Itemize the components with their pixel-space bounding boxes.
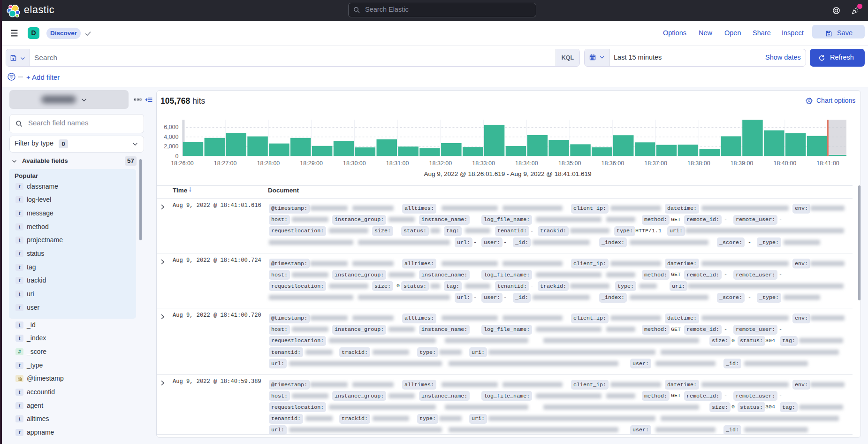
svg-text:18:41:00: 18:41:00 (816, 160, 839, 167)
svg-text:18:35:00: 18:35:00 (558, 160, 581, 167)
svg-text:18:33:00: 18:33:00 (472, 160, 495, 167)
svg-text:0: 0 (175, 153, 179, 160)
svg-text:18:39:00: 18:39:00 (731, 160, 754, 167)
svg-text:18:34:00: 18:34:00 (515, 160, 538, 167)
svg-text:4,000: 4,000 (164, 134, 178, 140)
svg-text:18:37:00: 18:37:00 (644, 160, 667, 167)
svg-text:Aug 9, 2022 @ 18:26:01.619 - A: Aug 9, 2022 @ 18:26:01.619 - Aug 9, 2022… (424, 170, 592, 177)
svg-text:18:32:00: 18:32:00 (429, 160, 452, 167)
svg-text:6,000: 6,000 (164, 124, 178, 130)
svg-text:2,000: 2,000 (164, 143, 178, 150)
svg-text:18:26:00: 18:26:00 (171, 160, 194, 167)
svg-text:18:31:00: 18:31:00 (386, 160, 409, 167)
svg-text:18:28:00: 18:28:00 (257, 160, 280, 167)
svg-text:18:29:00: 18:29:00 (300, 160, 323, 167)
svg-text:18:38:00: 18:38:00 (687, 160, 710, 167)
svg-text:18:40:00: 18:40:00 (773, 160, 796, 167)
svg-text:18:30:00: 18:30:00 (343, 160, 366, 167)
svg-text:18:36:00: 18:36:00 (601, 160, 624, 167)
svg-text:18:27:00: 18:27:00 (214, 160, 237, 167)
